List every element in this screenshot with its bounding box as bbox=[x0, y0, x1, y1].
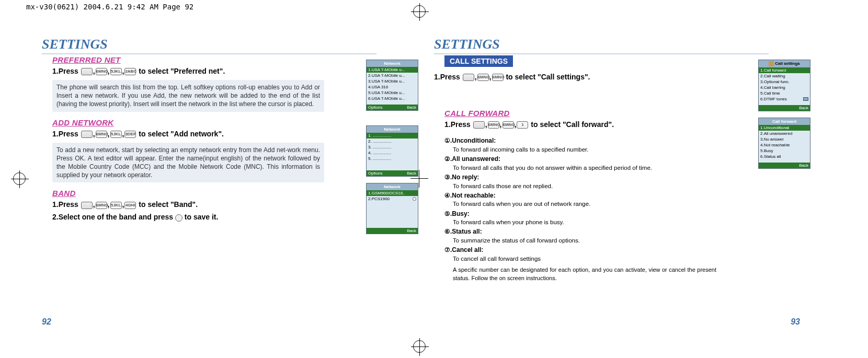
softkey-right: Back bbox=[407, 228, 416, 233]
phone-screens-left: Network 1.USA T-MObile u... 2.USA T-MObi… bbox=[366, 60, 424, 240]
option-label: ⑥.Status all: bbox=[444, 227, 716, 236]
band-heading: BAND bbox=[52, 189, 324, 198]
registration-mark-top bbox=[413, 5, 426, 18]
step2-suffix: to save it. bbox=[185, 213, 219, 221]
list-item: 4.Call barring bbox=[759, 85, 810, 90]
list-item: 4.Not reachable bbox=[759, 142, 810, 148]
call-settings-tab: CALL SETTINGS bbox=[444, 55, 513, 67]
list-item: 1.Unconditional bbox=[759, 125, 810, 131]
step-suffix: to select "Call forward". bbox=[531, 120, 614, 129]
menu-key-icon bbox=[463, 74, 474, 81]
item-text: 2.PCS1900 bbox=[368, 197, 390, 201]
list-item: 6.USA T-MObile u... bbox=[367, 96, 418, 101]
screen-title: Call forward bbox=[759, 118, 810, 125]
list-item: 1. ................ bbox=[367, 133, 418, 138]
softkey-right: Back bbox=[799, 106, 808, 110]
key-5: 5JKL bbox=[110, 131, 122, 138]
option-description: To cancel all call forward settings bbox=[444, 255, 716, 263]
radio-on-icon bbox=[413, 191, 416, 195]
list-item: 4.USA 310 bbox=[367, 84, 418, 90]
option-description: To forward all incoming calls to a speci… bbox=[444, 145, 716, 154]
option-description: To summarize the status of call forward … bbox=[444, 236, 716, 245]
page-title: SETTINGS bbox=[42, 37, 376, 54]
list-item: 5.Call time bbox=[759, 90, 810, 96]
list-item: 1.GSM900/DCS18.. bbox=[367, 190, 418, 196]
radio-off-icon bbox=[413, 197, 416, 201]
step-prefix: 1.Press bbox=[444, 120, 471, 129]
left-content: PREFERRED NET 1.Press ,6MNO,5JKL,2ABC to… bbox=[42, 55, 324, 223]
call-forward-option: ⑥.Status all:To summarize the status of … bbox=[444, 227, 716, 245]
key-6: 6MNO bbox=[502, 121, 514, 129]
screen-add-network: Network 1. ................ 2. .........… bbox=[366, 125, 418, 177]
key-6: 6MNO bbox=[96, 68, 107, 75]
ok-key-icon bbox=[175, 214, 182, 222]
call-forward-step-1: 1.Press ,6MNO,6MNO,1 to select "Call for… bbox=[444, 119, 716, 130]
list-item: 1.Call forward bbox=[759, 67, 810, 73]
step-prefix: 1.Press bbox=[52, 200, 78, 209]
step-suffix: to select "Preferred net". bbox=[139, 67, 225, 75]
softkey-left: Options bbox=[368, 171, 383, 176]
list-item: 5.Busy bbox=[759, 148, 810, 154]
option-description: To forward calls when you are out of net… bbox=[444, 200, 716, 208]
step-suffix: to select "Call settings". bbox=[506, 73, 590, 81]
list-item: 3.No answer bbox=[759, 136, 810, 142]
menu-key-icon bbox=[473, 121, 485, 129]
step-prefix: 1.Press bbox=[52, 130, 78, 138]
call-forward-option: ⑤.Busy:To forward calls when your phone … bbox=[444, 210, 716, 227]
add-network-heading: ADD NETWORK bbox=[52, 118, 324, 127]
registration-mark-left bbox=[13, 172, 26, 185]
preferred-net-heading: PREFERRED NET bbox=[52, 55, 324, 64]
softkey-right: Back bbox=[799, 163, 808, 168]
option-label: ⑤.Busy: bbox=[444, 210, 716, 218]
screen-title: Call settings bbox=[759, 60, 810, 67]
list-item: 6.Status all bbox=[759, 154, 810, 159]
band-step-1: 1.Press ,6MNO,5JKL,4GHI to select "Band"… bbox=[52, 199, 324, 210]
key-5: 5JKL bbox=[110, 68, 122, 75]
key-4: 4GHI bbox=[124, 202, 136, 209]
sim-icon bbox=[803, 97, 808, 101]
page-number-left: 92 bbox=[42, 317, 51, 327]
add-step-1: 1.Press ,6MNO,5JKL,3DEF to select "Add n… bbox=[52, 128, 324, 140]
screen-call-settings: Call settings 1.Call forward 2.Call wait… bbox=[758, 60, 810, 111]
softkey-right: Back bbox=[407, 171, 416, 176]
key-6: 6MNO bbox=[488, 121, 499, 129]
right-page: SETTINGS CALL SETTINGS 1.Press ,6MNO,6MN… bbox=[434, 37, 800, 319]
call-forward-option: ②.All unanswered:To forward all calls th… bbox=[444, 155, 716, 172]
screen-title: Network bbox=[367, 183, 418, 190]
list-item: 3.Optional func. bbox=[759, 79, 810, 85]
preferred-step-1: 1.Press ,6MNO,5JKL,2ABC to select "Prefe… bbox=[52, 65, 324, 77]
settings-icon bbox=[769, 61, 774, 66]
registration-mark-bottom bbox=[413, 340, 426, 353]
screen-title: Network bbox=[367, 60, 418, 67]
key-6: 6MNO bbox=[492, 74, 504, 81]
option-label: ②.All unanswered: bbox=[444, 155, 716, 164]
page-number-right: 93 bbox=[791, 317, 800, 327]
item-text: 6.DTMF tones bbox=[760, 97, 787, 101]
list-item: 2.All unanswered bbox=[759, 131, 810, 136]
key-6: 6MNO bbox=[477, 74, 489, 81]
list-item: 3. ................ bbox=[367, 144, 418, 150]
step2-prefix: 2.Select one of the band and press bbox=[52, 213, 173, 221]
right-content: CALL SETTINGS 1.Press ,6MNO,6MNO to sele… bbox=[434, 55, 716, 282]
menu-key-icon bbox=[81, 131, 93, 138]
phone-screens-right: Call settings 1.Call forward 2.Call wait… bbox=[758, 60, 816, 175]
option-label: ①.Unconditional: bbox=[444, 136, 716, 145]
list-item: 1.USA T-MObile u... bbox=[367, 67, 418, 73]
list-item: 2.PCS1900 bbox=[367, 196, 418, 202]
option-label: ③.No reply: bbox=[444, 173, 716, 182]
page-title: SETTINGS bbox=[434, 37, 769, 54]
call-settings-step-1: 1.Press ,6MNO,6MNO to select "Call setti… bbox=[434, 71, 716, 83]
preferred-info-box: The phone will search this list from the… bbox=[52, 80, 324, 112]
option-description: To forward calls those are not replied. bbox=[444, 182, 716, 190]
key-5: 5JKL bbox=[110, 202, 122, 209]
key-3: 3DEF bbox=[124, 131, 136, 138]
call-forward-footnote: A specific number can be designated for … bbox=[444, 266, 716, 282]
key-2: 2ABC bbox=[124, 68, 136, 75]
key-6: 6MNO bbox=[96, 131, 107, 138]
list-item: 6.DTMF tones bbox=[759, 96, 810, 102]
option-label: ④.Not reachable: bbox=[444, 191, 716, 200]
step-suffix: to select "Band". bbox=[139, 200, 198, 209]
call-forward-option: ④.Not reachable:To forward calls when yo… bbox=[444, 191, 716, 209]
list-item: 2.USA T-MObile u... bbox=[367, 73, 418, 78]
option-description: To forward calls when your phone is busy… bbox=[444, 218, 716, 226]
